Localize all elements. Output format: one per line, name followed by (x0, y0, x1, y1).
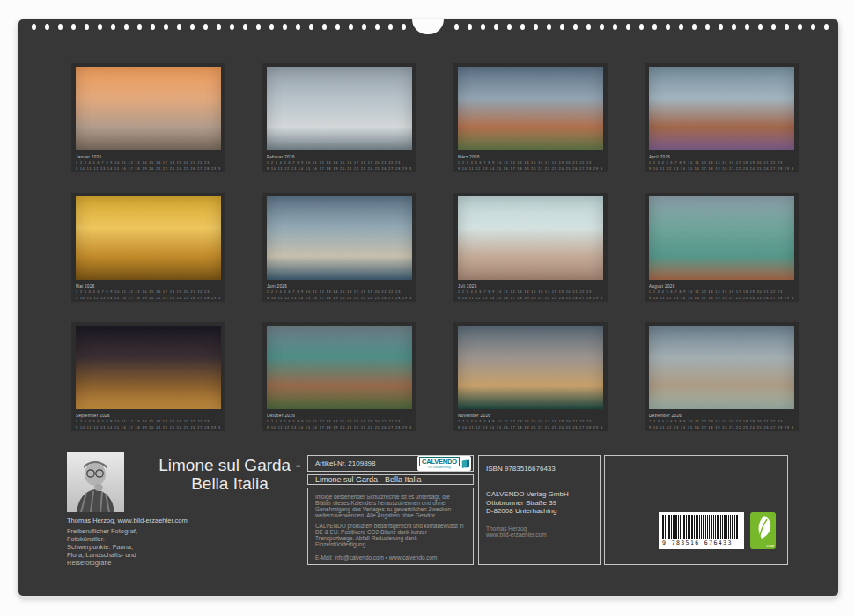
barcode-digits: 9 783516 676433 (662, 539, 741, 546)
month-photo (649, 67, 794, 150)
month-photo (649, 196, 794, 280)
hole (402, 24, 406, 30)
eco-production-text: CALVENDO produziert bedarfsgerecht und k… (315, 523, 466, 547)
hole (335, 24, 340, 30)
hole (151, 24, 155, 30)
hole (573, 24, 578, 30)
month-label: April 2026 (649, 155, 794, 159)
mini-calendar-row-1: 1 2 3 4 5 6 7 8 9 10 11 12 13 14 15 16 1… (76, 420, 221, 424)
hole (283, 24, 287, 30)
hole (58, 24, 63, 30)
month-tile: Oktober 2026 1 2 3 4 5 6 7 8 9 10 11 12 … (262, 322, 416, 431)
month-tile: Januar 2026 1 2 3 4 5 6 7 8 9 10 11 12 1… (71, 63, 225, 172)
month-photo (267, 196, 412, 280)
product-title: Limone sul Garda - Bella Italia (307, 474, 474, 485)
hole (666, 24, 670, 30)
month-photo (267, 326, 412, 409)
hole (71, 24, 76, 30)
hole (811, 24, 815, 30)
calvendo-logo-icon (461, 458, 469, 470)
mini-calendar-row-2: 9 10 11 12 13 14 15 16 17 18 19 20 21 22… (267, 426, 412, 430)
hole (798, 24, 802, 30)
mini-calendar-row-1: 1 2 3 4 5 6 7 8 9 10 11 12 13 14 15 16 1… (458, 420, 603, 424)
photographer-name: Thomas Herzog, www.bild-erzaehler.com (67, 517, 313, 524)
hole (507, 24, 512, 30)
mini-calendar-row-1: 1 2 3 4 5 6 7 8 9 10 11 12 13 14 15 16 1… (649, 420, 794, 424)
month-tile: August 2026 1 2 3 4 5 6 7 8 9 10 11 12 1… (645, 193, 799, 302)
month-label: Juni 2026 (267, 284, 412, 289)
calvendo-logo-tagline: Der Kalenderverlag (428, 466, 451, 470)
hole (243, 24, 247, 30)
hole (269, 24, 274, 30)
hole (785, 24, 789, 30)
hole (203, 24, 208, 30)
month-label: Mai 2026 (76, 284, 221, 289)
hole (45, 24, 49, 30)
month-label: November 2026 (458, 414, 603, 418)
month-tile: März 2026 1 2 3 4 5 6 7 8 9 10 11 12 13 … (453, 63, 608, 172)
mini-calendar-row-2: 9 10 11 12 13 14 15 16 17 18 19 20 21 22… (649, 167, 794, 172)
month-label: August 2026 (649, 284, 794, 289)
hole (719, 24, 723, 30)
mini-calendar-row-1: 1 2 3 4 5 6 7 8 9 10 11 12 13 14 15 16 1… (76, 290, 221, 295)
publisher-address: CALVENDO Verlag GmbH Ottobrunner Straße … (486, 490, 593, 516)
month-photo (76, 196, 221, 280)
hole (824, 24, 829, 30)
product-info-box: Artikel-Nr. 2109898 CALVENDO Der Kalende… (307, 455, 474, 565)
hole (534, 24, 538, 30)
hole (217, 24, 221, 30)
mini-calendar-row-2: 9 10 11 12 13 14 15 16 17 18 19 20 21 22… (458, 167, 603, 172)
hole (362, 24, 366, 30)
hole (85, 24, 89, 30)
hole (652, 24, 657, 30)
barcode-box: 9 783516 676433 eco (604, 455, 788, 565)
month-label: Juli 2026 (458, 284, 603, 289)
mini-calendar-row-1: 1 2 3 4 5 6 7 8 9 10 11 12 13 14 15 16 1… (267, 420, 412, 424)
hole (124, 24, 129, 30)
hole (613, 24, 617, 30)
eco-label: eco (766, 543, 774, 548)
mini-calendar-row-2: 9 10 11 12 13 14 15 16 17 18 19 20 21 22… (267, 297, 412, 301)
months-grid: Januar 2026 1 2 3 4 5 6 7 8 9 10 11 12 1… (71, 63, 799, 431)
hole (639, 24, 644, 30)
hole (732, 24, 736, 30)
month-tile: Juni 2026 1 2 3 4 5 6 7 8 9 10 11 12 13 … (262, 193, 416, 302)
photographer-bio: Freiberuflicher Fotograf, Fotokünstler. … (67, 527, 199, 567)
calendar-title: Limone sul Garda - Bella Italia (136, 456, 324, 493)
month-photo (649, 326, 794, 409)
hole (758, 24, 763, 30)
barcode: 9 783516 676433 (659, 512, 744, 549)
eco-leaf-icon (750, 512, 776, 544)
month-tile: Februar 2026 1 2 3 4 5 6 7 8 9 10 11 12 … (262, 63, 416, 172)
month-tile: Dezember 2026 1 2 3 4 5 6 7 8 9 10 11 12… (645, 322, 799, 431)
mini-calendar-row-1: 1 2 3 4 5 6 7 8 9 10 11 12 13 14 15 16 1… (76, 161, 221, 165)
hole (32, 24, 36, 30)
hole (388, 24, 393, 30)
eco-logo: eco (750, 512, 776, 549)
month-label: Februar 2026 (267, 155, 412, 159)
month-photo (76, 326, 221, 409)
mini-calendar-row-2: 9 10 11 12 13 14 15 16 17 18 19 20 21 22… (649, 297, 794, 301)
hole (520, 24, 525, 30)
hole (745, 24, 749, 30)
month-label: Oktober 2026 (267, 414, 412, 418)
month-tile: Mai 2026 1 2 3 4 5 6 7 8 9 10 11 12 13 1… (71, 193, 225, 302)
hole (256, 24, 261, 30)
hole (468, 24, 472, 30)
hole (705, 24, 710, 30)
mini-calendar-row-2: 9 10 11 12 13 14 15 16 17 18 19 20 21 22… (267, 167, 412, 172)
month-photo (267, 67, 412, 150)
month-label: März 2026 (458, 155, 603, 159)
mini-calendar-row-1: 1 2 3 4 5 6 7 8 9 10 11 12 13 14 15 16 1… (458, 161, 603, 165)
month-label: Dezember 2026 (649, 414, 794, 418)
hole (586, 24, 591, 30)
mini-calendar-row-2: 9 10 11 12 13 14 15 16 17 18 19 20 21 22… (458, 426, 603, 430)
hole (349, 24, 353, 30)
month-photo (458, 67, 603, 150)
hole (177, 24, 181, 30)
month-photo (458, 326, 603, 409)
month-tile: September 2026 1 2 3 4 5 6 7 8 9 10 11 1… (71, 322, 225, 431)
hole (111, 24, 115, 30)
month-photo (76, 67, 221, 150)
hole (164, 24, 168, 30)
